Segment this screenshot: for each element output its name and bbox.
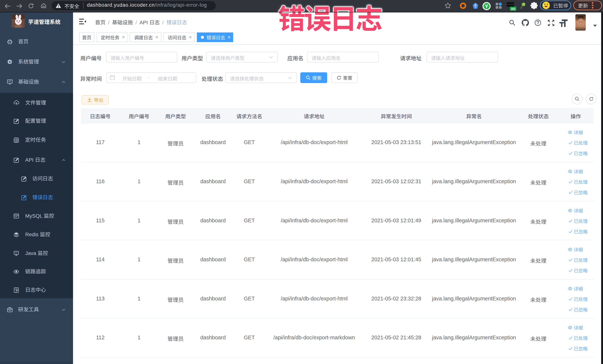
svg-text:on: on — [511, 7, 515, 11]
